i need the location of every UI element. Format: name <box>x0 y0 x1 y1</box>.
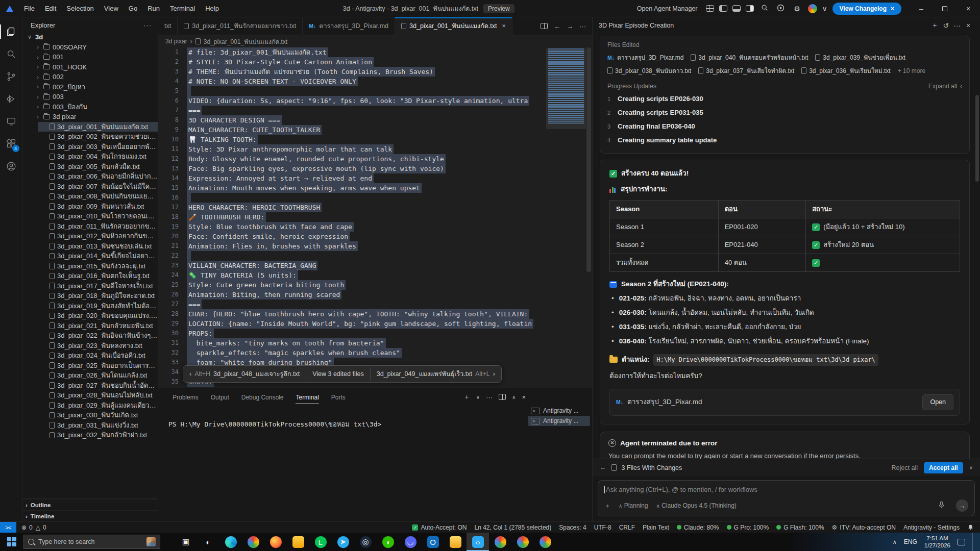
edited-file-chip[interactable]: M↓ 3d_pixar_036_ฟันเรียนใหม่.txt <box>801 66 891 76</box>
expand-all-button[interactable]: Expand all ‹ <box>928 83 962 90</box>
breadcrumb[interactable]: 3d pixar › 3d_pixar_001_ฟันบ่นแมงกัด.txt <box>158 35 592 47</box>
send-button[interactable]: → <box>956 499 968 512</box>
preview-badge[interactable]: Preview <box>483 4 514 13</box>
progress-item[interactable]: 3 Creating final EP036-040 <box>607 119 962 133</box>
edited-file-chip[interactable]: M↓ 3d_pixar_040_ฟันครอบครัวพร้อมหน้า.txt <box>691 53 808 62</box>
collapse-changes-icon[interactable]: ← <box>600 464 606 471</box>
progress-item[interactable]: 1 Creating scripts EP026-030 <box>607 92 962 106</box>
file-item[interactable]: 3d_pixar_003_ฟันเหนื่อยอยากพัก... <box>38 142 158 152</box>
agent-scroll-area[interactable]: Files Edited M↓ ตารางสรุป_3D_Pixar.md <box>593 34 980 459</box>
status-language-mode[interactable]: ✓ ⚙ Plain Text <box>643 524 669 531</box>
file-item[interactable]: 3d_pixar_011_ฟันรักสวยอยากขาว.txt <box>38 221 158 232</box>
panel-more-actions-icon[interactable]: ··· <box>486 393 493 401</box>
split-terminal-icon[interactable] <box>499 394 506 400</box>
agent-scrollbar[interactable] <box>975 95 979 182</box>
show-desktop-button[interactable] <box>972 533 975 551</box>
changelog-close-icon[interactable]: × <box>891 5 894 12</box>
source-control-icon[interactable] <box>0 65 22 88</box>
notification-center-icon[interactable] <box>958 539 965 545</box>
open-file-button[interactable]: Open <box>922 394 953 410</box>
file-explorer-icon[interactable] <box>444 533 467 551</box>
outlook-icon[interactable]: O <box>422 533 444 551</box>
close-agent-panel-icon[interactable]: × <box>963 21 974 30</box>
panel-tab[interactable]: Output <box>206 391 234 404</box>
file-item[interactable]: 3d_pixar_002_ฟันขอความช่วยเหล... <box>38 132 158 142</box>
close-tab-icon[interactable]: × <box>502 22 505 30</box>
search-icon[interactable] <box>759 4 770 13</box>
tray-chevron-up-icon[interactable]: ∧ <box>893 539 897 545</box>
start-button[interactable] <box>0 533 23 551</box>
menu-item[interactable]: Run <box>143 3 164 14</box>
terminal-dropdown-icon[interactable]: ∨ <box>476 394 480 400</box>
notifications-bell-icon[interactable] <box>967 524 974 531</box>
account-chevron-down-icon[interactable]: ∨ <box>822 5 827 13</box>
explorer-actions-icon[interactable]: ··· <box>143 21 152 29</box>
file-item[interactable]: 3d_pixar_022_ฟันอิจฉาฟันข้างๆ.txt <box>38 331 158 341</box>
wechat-icon[interactable]: ◖ <box>377 533 399 551</box>
file-item[interactable]: 3d_pixar_029_ฟันสู้แมงคนเดียว.txt <box>38 400 158 411</box>
status-itv-auto-accept[interactable]: ✓ ⚙ ITV: Auto-accept ON <box>832 524 896 531</box>
chrome-icon-3[interactable] <box>534 533 556 551</box>
navigate-forward-icon[interactable]: → <box>567 22 573 30</box>
progress-item[interactable]: 2 Creating scripts EP031-035 <box>607 106 962 119</box>
file-item[interactable]: 3d_pixar_025_ฟันอยากเป็นดารา.txt <box>38 361 158 371</box>
view-changelog-button[interactable]: View Changelog × <box>832 3 901 15</box>
browser-compass-icon[interactable] <box>775 4 787 13</box>
editor-scrollbar[interactable] <box>586 47 591 272</box>
firefox-icon[interactable] <box>264 533 287 551</box>
status-gflash-quota[interactable]: ✓ ⚙ G Flash: 100% <box>776 524 824 531</box>
add-context-icon[interactable]: ＋ <box>604 502 610 510</box>
terminal-session[interactable]: >_ Antigravity ... <box>528 416 590 426</box>
file-item[interactable]: 3d_pixar_012_ฟันหิวอยากกินขนม.txt <box>38 231 158 241</box>
menu-item[interactable]: Selection <box>62 3 98 14</box>
edited-file-chip[interactable]: M↓ 3d_pixar_038_ฟันนับดาว.txt <box>607 66 691 76</box>
search-sidebar-icon[interactable] <box>0 43 22 65</box>
file-item[interactable]: 3d_pixar_015_ฟันกังวลจะผุ.txt <box>38 261 158 271</box>
accept-all-button[interactable]: Accept all <box>924 462 963 473</box>
editor-more-actions-icon[interactable]: ··· <box>579 22 586 30</box>
folder-item[interactable]: › 001_HOOK <box>22 62 158 72</box>
new-conversation-icon[interactable]: ＋ <box>929 21 940 30</box>
mode-selector[interactable]: ∧ Planning <box>619 502 648 509</box>
file-item[interactable]: 3d_pixar_007_ฟันน้อยใจไม่มีใครแปล... <box>38 182 158 192</box>
agent-more-actions-icon[interactable]: ··· <box>951 21 963 30</box>
close-panel-icon[interactable]: × <box>522 393 526 401</box>
menu-item[interactable]: Edit <box>40 3 61 14</box>
file-item[interactable]: 3d_pixar_024_ฟันเบื่อรอคิว.txt <box>38 350 158 361</box>
agent-input-box[interactable]: Ask anything (Ctrl+L), @ to mention, / f… <box>598 480 975 516</box>
next-edited-file-button[interactable]: 3d_pixar_049_แมงแพร่พันธุ์เร็ว.txt Alt+L… <box>371 366 501 382</box>
sidebar-section[interactable]: › Timeline <box>22 510 158 521</box>
extensions-icon[interactable]: 4 <box>0 133 22 155</box>
status-encoding[interactable]: ✓ ⚙ UTF-8 <box>594 524 611 531</box>
line-app-icon[interactable]: L <box>309 533 332 551</box>
open-agent-manager-button[interactable]: Open Agent Manager <box>634 4 701 14</box>
terminal-output[interactable]: PS H:\My Drive\0000000TikTokProcess0000\… <box>168 419 381 430</box>
workspace-root[interactable]: ∨ 3d <box>22 32 158 42</box>
editor-tab[interactable]: M↓ txt × <box>158 17 178 35</box>
split-editor-icon[interactable] <box>541 23 548 29</box>
folder-item[interactable]: › 000SOARY <box>22 42 158 53</box>
status-eol[interactable]: ✓ ⚙ CRLF <box>619 524 635 531</box>
taskbar-search-input[interactable]: Type here to search <box>23 535 160 549</box>
problems-warnings[interactable]: △ 0 <box>36 524 46 531</box>
menu-item[interactable]: File <box>19 3 39 14</box>
panel-tab[interactable]: Debug Console <box>236 391 289 404</box>
folder-item[interactable]: › 002 <box>22 72 158 82</box>
file-item[interactable]: 3d_pixar_028_ฟันนอนไม่หลับ.txt <box>38 390 158 400</box>
chrome-icon[interactable] <box>489 533 511 551</box>
search-highlight-thumbnail[interactable] <box>146 537 156 546</box>
editor-tab[interactable]: M↓ ตารางสรุป_3D_Pixar.md × <box>303 17 395 35</box>
microphone-icon[interactable] <box>938 501 945 510</box>
run-debug-icon[interactable] <box>0 88 22 110</box>
telegram-icon[interactable]: ➤ <box>332 533 354 551</box>
navigate-back-icon[interactable]: ← <box>554 22 560 30</box>
file-item[interactable]: 3d_pixar_010_ฟันโวยวายตอนเช้า.txt <box>38 211 158 221</box>
restore-button[interactable] <box>933 0 957 17</box>
file-item[interactable]: 3d_pixar_030_ฟันวันเกิด.txt <box>38 410 158 420</box>
file-item[interactable]: 3d_pixar_018_ฟันภูมิใจสะอาด.txt <box>38 291 158 301</box>
location-path[interactable]: H:\My Drive\0000000TikTokProcess0000\ขอห… <box>653 354 878 366</box>
folder-item[interactable]: › 003_ป้องกัน <box>22 102 158 112</box>
panel-tab[interactable]: Terminal <box>290 391 324 404</box>
file-item[interactable]: 3d_pixar_026_ฟันโดนแกล้ง.txt <box>38 370 158 381</box>
file-item[interactable]: 3d_pixar_009_ฟันหนาวสั่น.txt <box>38 202 158 212</box>
